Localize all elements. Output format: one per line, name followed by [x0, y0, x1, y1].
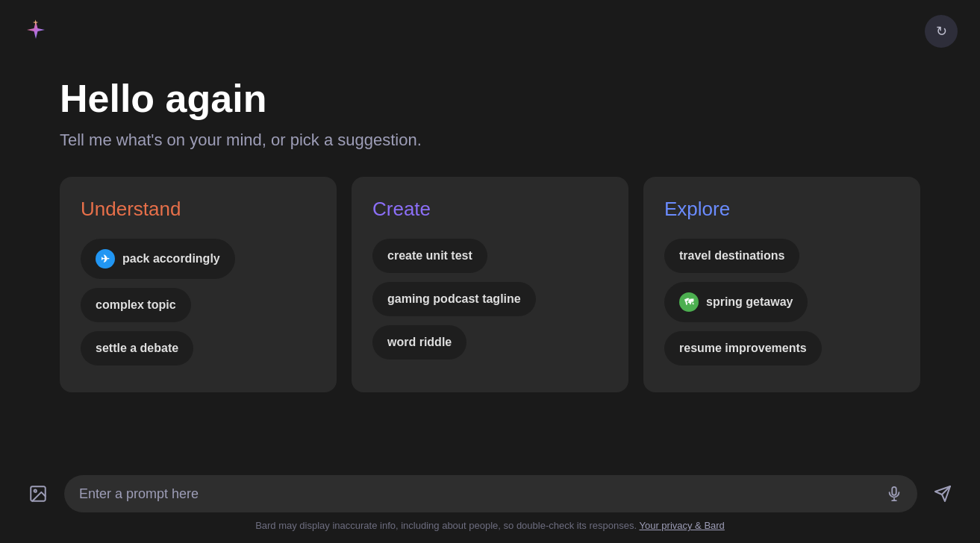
suggestion-spring-getaway[interactable]: 🗺 spring getaway: [664, 282, 808, 322]
bard-logo: [22, 18, 49, 45]
bottom-bar: Bard may display inaccurate info, includ…: [0, 475, 980, 543]
create-card-title: Create: [372, 198, 608, 221]
explore-card: Explore travel destinations 🗺 spring get…: [643, 177, 920, 392]
suggestion-gaming-podcast-tagline[interactable]: gaming podcast tagline: [372, 282, 536, 316]
create-card: Create create unit test gaming podcast t…: [352, 177, 628, 392]
plane-icon: ✈: [96, 249, 115, 269]
prompt-input-wrapper: [64, 475, 917, 512]
refresh-button[interactable]: ↻: [925, 15, 958, 48]
image-upload-icon: [28, 484, 48, 503]
create-suggestion-list: create unit test gaming podcast tagline …: [372, 239, 608, 360]
explore-card-title: Explore: [664, 198, 899, 221]
svg-rect-2: [892, 487, 896, 495]
suggestion-resume-improvements[interactable]: resume improvements: [664, 331, 822, 365]
svg-point-1: [34, 490, 37, 492]
main-content: Hello again Tell me what's on your mind,…: [0, 63, 980, 392]
map-icon: 🗺: [679, 292, 699, 312]
understand-card: Understand ✈ pack accordingly complex to…: [60, 177, 337, 392]
suggestion-complex-topic[interactable]: complex topic: [81, 288, 191, 322]
send-icon: [934, 485, 952, 503]
image-upload-button[interactable]: [22, 478, 54, 509]
suggestion-create-unit-test[interactable]: create unit test: [372, 239, 487, 273]
send-button[interactable]: [928, 479, 958, 509]
explore-suggestion-list: travel destinations 🗺 spring getaway res…: [664, 239, 899, 365]
mic-icon: [886, 486, 902, 502]
suggestion-travel-destinations[interactable]: travel destinations: [664, 239, 799, 273]
suggestion-pack-accordingly[interactable]: ✈ pack accordingly: [81, 239, 235, 279]
understand-card-title: Understand: [81, 198, 316, 221]
footer-disclaimer: Bard may display inaccurate info, includ…: [22, 520, 958, 531]
refresh-icon: ↻: [936, 23, 947, 40]
cards-container: Understand ✈ pack accordingly complex to…: [60, 177, 920, 392]
suggestion-settle-a-debate[interactable]: settle a debate: [81, 331, 193, 365]
privacy-link[interactable]: Your privacy & Bard: [639, 520, 724, 531]
top-bar: ↻: [0, 0, 980, 63]
prompt-input[interactable]: [79, 486, 877, 502]
suggestion-word-riddle[interactable]: word riddle: [372, 325, 466, 360]
mic-button[interactable]: [886, 486, 902, 502]
input-row: [22, 475, 958, 512]
greeting-heading: Hello again: [60, 78, 920, 120]
understand-suggestion-list: ✈ pack accordingly complex topic settle …: [81, 239, 316, 365]
subtitle-text: Tell me what's on your mind, or pick a s…: [60, 131, 920, 150]
